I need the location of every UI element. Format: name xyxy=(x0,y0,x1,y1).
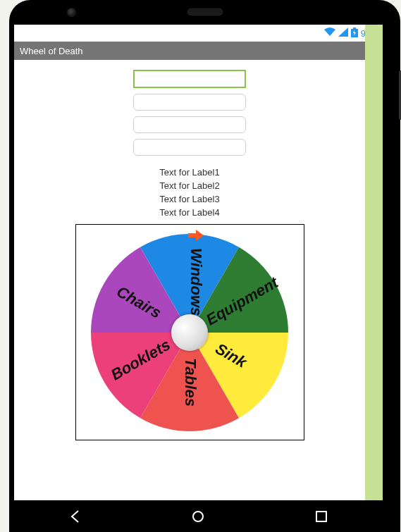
label-2: Text for Label2 xyxy=(159,180,219,191)
home-button[interactable] xyxy=(188,507,208,526)
camera-dot xyxy=(67,8,76,17)
label-3: Text for Label3 xyxy=(159,194,219,204)
wheel-container[interactable]: Windows Equipment Sink Tables Booklets C… xyxy=(75,224,304,440)
segment-label-tables: Tables xyxy=(182,358,199,407)
status-bar: 9:48 xyxy=(14,25,383,42)
textbox-3[interactable] xyxy=(133,116,246,133)
wheel-hub xyxy=(171,314,208,351)
navigation-bar xyxy=(14,500,383,532)
app-title: Wheel of Death xyxy=(20,46,83,56)
arrow-icon xyxy=(188,230,204,244)
bezel-right xyxy=(365,25,383,500)
svg-point-2 xyxy=(193,512,203,521)
speaker-grille xyxy=(187,8,223,16)
recent-apps-button[interactable] xyxy=(311,507,331,526)
svg-rect-0 xyxy=(353,27,356,29)
content-area: Text for Label1 Text for Label2 Text for… xyxy=(14,60,365,444)
wifi-icon xyxy=(324,27,335,39)
textbox-2[interactable] xyxy=(133,94,246,111)
screen: 9:48 Wheel of Death Text for Label1 Text… xyxy=(14,25,383,500)
segment-label-windows: Windows xyxy=(187,248,205,316)
svg-rect-3 xyxy=(316,512,326,521)
back-button[interactable] xyxy=(66,507,85,526)
label-4: Text for Label4 xyxy=(159,207,219,218)
battery-icon xyxy=(351,27,358,39)
signal-icon xyxy=(338,27,348,39)
textbox-1[interactable] xyxy=(133,70,246,88)
label-1: Text for Label1 xyxy=(159,167,219,178)
title-bar: Wheel of Death xyxy=(14,42,383,60)
device-frame: 9:48 Wheel of Death Text for Label1 Text… xyxy=(9,0,400,532)
textbox-4[interactable] xyxy=(133,139,246,156)
labels-block: Text for Label1 Text for Label2 Text for… xyxy=(159,164,219,221)
